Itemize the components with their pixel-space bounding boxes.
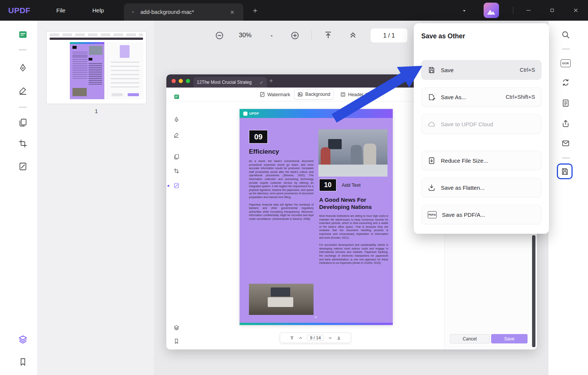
app-window: UPDF File Help add-background-mac* [0,0,588,375]
save-as-other-menu: Save as Other Save Ctrl+S Save As... Ctr… [414,23,549,234]
menu-item-save-as-pdfa[interactable]: PDF/A Save as PDF/A... [421,205,541,224]
reader-tool-icon[interactable] [17,28,29,41]
page-header-strip: UPDF [240,109,393,118]
save-icon [428,66,436,74]
save-tool-highlight[interactable] [557,163,573,179]
pdf-paragraph: Most financial institutions are willing … [319,214,388,239]
save-icon [561,167,569,176]
close-button[interactable] [569,0,582,21]
embedded-scrollbar [532,235,535,347]
ocr-icon-text: OCR [562,62,569,65]
embedded-tab-header-footer: Header & F [337,89,375,100]
menu-item-label: Save [441,67,514,73]
updf-mini-logo-text: UPDF [249,112,259,115]
close-icon [573,7,579,14]
share-icon[interactable] [559,117,572,130]
chevron-down-icon [328,336,333,340]
cloud-icon [428,120,436,128]
section-badge: 10 [319,179,336,191]
annotate-tool-icon[interactable] [17,61,29,74]
embedded-organize-pages-icon [171,151,182,162]
embedded-bookmark-icon [171,336,182,346]
embedded-annotate-tool-icon [171,114,182,125]
thumbnail-page-number: 1 [46,108,146,114]
save-as-icon [428,93,436,101]
thumbnail-panel: 1 [38,21,154,375]
rename-pencil-icon [259,80,264,85]
minimize-button[interactable] [522,0,535,21]
header-footer-icon [340,92,346,97]
pdf-right-column: 10 Add Text A Good News For Developing N… [319,179,388,265]
crop-tool-icon[interactable] [17,137,29,150]
right-toolbar: OCR [548,21,588,375]
pdfa-icon-text: PDF/A [428,213,436,216]
menu-item-label: Save As... [441,94,501,100]
embedded-tab-label: Watermark [267,92,290,97]
menu-file[interactable]: File [56,0,65,21]
zoom-out-button[interactable] [214,30,224,40]
last-page-icon [336,336,341,340]
convert-icon[interactable] [559,76,572,89]
new-tab-icon[interactable] [252,8,258,14]
previous-page-button[interactable] [348,30,358,40]
watermark-tool-icon[interactable] [17,160,29,173]
organize-pages-tool-icon[interactable] [17,116,29,129]
save-menu-title: Save as Other [421,32,465,40]
menu-item-save[interactable]: Save Ctrl+S [421,60,541,80]
page-indicator[interactable]: 1 / 1 [371,29,407,42]
zoom-level[interactable]: 30% [239,32,252,39]
zoom-dropdown-caret-icon[interactable] [269,33,274,38]
menu-item-reduce-file-size[interactable]: Reduce File Size... [421,151,541,170]
mountain-icon [485,6,497,18]
pdf-page-number: 07 [315,316,317,319]
flatten-icon [428,184,436,192]
search-icon[interactable] [559,28,572,41]
embedded-new-tab-icon [268,78,274,83]
document-tab[interactable]: add-background-mac* [124,3,243,21]
active-tool-indicator-dot [167,185,169,187]
traffic-light-zoom-icon [186,79,190,83]
embedded-pagination: 9 / 14 [280,333,351,343]
pdf-paragraph: As a result, the bank's conventional doc… [249,159,314,199]
thumbnail-mini-panel [107,42,143,99]
edit-tool-icon[interactable] [17,84,29,97]
go-to-first-page-button[interactable] [323,30,333,40]
double-chevron-up-icon [348,30,357,39]
embedded-edit-tool-icon [171,130,182,140]
pdf-page: UPDF 09 Efficiency As a result, the bank… [240,109,393,325]
menu-help[interactable]: Help [92,0,104,21]
page-thumbnail[interactable] [46,31,146,104]
embedded-tab-watermark: Watermark [256,89,293,100]
plus-circle-icon [290,31,300,40]
toolbar-divider [311,30,312,40]
layers-icon[interactable] [17,333,29,346]
menu-item-save-as-flatten[interactable]: Save as Flatten... [421,178,541,197]
close-tab-icon[interactable] [229,9,235,15]
maximize-icon [549,8,555,13]
first-page-icon [289,336,294,340]
embedded-cancel-button: Cancel [450,334,490,343]
maximize-button[interactable] [546,0,558,21]
titlebar-divider [513,7,513,14]
menu-item-save-as[interactable]: Save As... Ctrl+Shift+S [421,87,541,107]
menu-item-save-to-updf-cloud[interactable]: Save to UPDF Cloud [421,114,541,134]
sidebar-divider [19,49,27,50]
bookmark-icon[interactable] [17,355,29,368]
mail-icon[interactable] [559,137,572,150]
embedded-tab-background: Background [294,89,334,100]
embedded-layers-icon [171,322,182,333]
page-footer-strip [240,323,393,325]
add-text-label: Add Text [342,182,360,188]
extract-document-icon[interactable] [559,97,572,109]
embedded-crop-tool-icon [171,166,182,176]
ocr-icon[interactable]: OCR [559,57,572,70]
embedded-tab-label: Header & F [348,92,372,97]
collapse-toolbar-chevron-icon[interactable] [461,8,467,14]
chevron-down-icon [131,10,135,14]
zoom-in-button[interactable] [290,30,300,40]
updf-logo: UPDF [8,0,30,21]
embedded-reader-tool-icon [171,91,182,102]
traffic-light-minimize-icon [179,79,183,83]
pdf-paragraph: For successful development and sustainab… [319,243,388,265]
user-avatar[interactable] [484,3,499,18]
